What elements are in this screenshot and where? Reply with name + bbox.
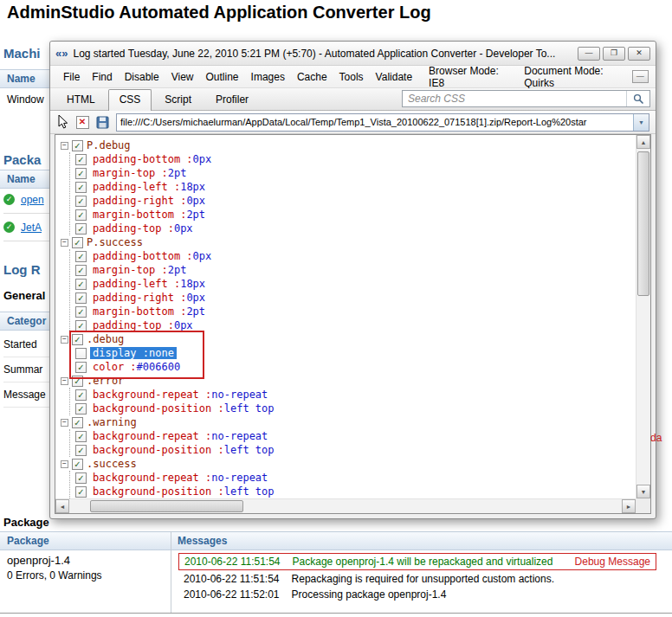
css-property[interactable]: color : #006600 — [90, 361, 183, 373]
horizontal-scroll-thumb[interactable] — [90, 500, 243, 512]
horizontal-scrollbar[interactable]: ◄ ► — [55, 498, 636, 513]
tab-css[interactable]: CSS — [108, 89, 152, 111]
css-property[interactable]: background-repeat : no-repeat — [90, 472, 270, 484]
rule-checkbox[interactable]: ✓ — [72, 334, 83, 345]
css-property[interactable]: padding-right : 0px — [90, 195, 208, 207]
title-bar[interactable]: «» Log started Tuesday, June 22, 2010 5:… — [50, 42, 656, 66]
maximize-button[interactable]: ❐ — [603, 47, 625, 61]
css-property-row: ✓color : #006600 — [75, 360, 636, 374]
css-property[interactable]: margin-bottom : 2pt — [90, 305, 208, 318]
collapse-icon[interactable]: − — [61, 419, 68, 427]
css-selector[interactable]: .error — [87, 375, 124, 387]
css-selector[interactable]: P.debug — [87, 139, 131, 151]
property-checkbox[interactable]: ✓ — [75, 251, 87, 262]
property-checkbox[interactable]: ✓ — [75, 431, 87, 442]
pin-panel-icon[interactable]: — — [632, 70, 649, 83]
css-selector[interactable]: .debug — [87, 333, 124, 345]
menu-item-find[interactable]: Find — [86, 68, 118, 86]
tab-html[interactable]: HTML — [55, 89, 107, 110]
css-rule-group: −✓.debugdisplay : none✓color : #006600 — [61, 332, 636, 374]
document-mode[interactable]: Document Mode: Quirks — [524, 65, 631, 89]
menu-item-images[interactable]: Images — [245, 68, 291, 86]
property-checkbox[interactable]: ✓ — [75, 389, 87, 401]
collapse-icon[interactable]: − — [61, 460, 68, 468]
css-property[interactable]: padding-left : 18px — [90, 278, 208, 290]
collapse-icon[interactable]: − — [61, 142, 68, 150]
save-icon[interactable] — [94, 114, 110, 130]
css-property[interactable]: padding-left : 18px — [90, 181, 208, 193]
menu-item-view[interactable]: View — [165, 68, 200, 86]
rule-checkbox[interactable]: ✓ — [72, 376, 83, 387]
minimize-button[interactable]: — — [578, 47, 600, 61]
rule-checkbox[interactable]: ✓ — [72, 459, 83, 470]
property-checkbox[interactable]: ✓ — [75, 168, 87, 179]
css-selector[interactable]: .warning — [87, 416, 137, 428]
property-checkbox[interactable]: ✓ — [75, 472, 87, 484]
property-checkbox[interactable]: ✓ — [75, 403, 87, 415]
tab-script[interactable]: Script — [153, 89, 203, 110]
collapse-icon[interactable]: − — [61, 239, 68, 247]
css-selector[interactable]: .success — [87, 458, 137, 470]
css-property[interactable]: display : none — [90, 347, 177, 359]
tab-strip: HTMLCSSScriptProfiler — [55, 89, 262, 110]
close-icon: ✕ — [636, 48, 643, 57]
property-checkbox[interactable]: ✓ — [75, 320, 87, 331]
property-checkbox[interactable]: ✓ — [75, 265, 87, 276]
menu-item-file[interactable]: File — [57, 68, 86, 86]
css-property[interactable]: padding-right : 0px — [90, 292, 208, 304]
css-selector[interactable]: P.success — [87, 236, 143, 248]
clear-icon[interactable]: ✕ — [74, 114, 90, 130]
collapse-icon[interactable]: − — [61, 377, 68, 385]
property-checkbox[interactable] — [75, 348, 87, 359]
clipped-annotation-fragment: da — [650, 432, 662, 444]
scroll-left-icon[interactable]: ◄ — [55, 499, 69, 513]
property-checkbox[interactable]: ✓ — [75, 445, 87, 456]
css-property[interactable]: background-position : left top — [90, 444, 277, 456]
scroll-up-icon[interactable]: ▲ — [636, 135, 650, 149]
search-icon[interactable] — [626, 91, 649, 106]
package-link[interactable]: open — [21, 194, 44, 206]
property-checkbox[interactable]: ✓ — [75, 279, 87, 290]
menu-item-tools[interactable]: Tools — [333, 68, 370, 86]
css-property[interactable]: padding-bottom : 0px — [90, 153, 214, 165]
tab-profiler[interactable]: Profiler — [204, 89, 260, 110]
close-button[interactable]: ✕ — [628, 47, 650, 61]
rule-checkbox[interactable]: ✓ — [72, 417, 83, 428]
property-checkbox[interactable]: ✓ — [75, 196, 87, 207]
property-checkbox[interactable]: ✓ — [75, 292, 87, 304]
css-property[interactable]: background-position : left top — [90, 402, 277, 415]
css-property[interactable]: margin-bottom : 2pt — [90, 209, 208, 221]
search-input[interactable] — [403, 92, 626, 106]
property-checkbox[interactable]: ✓ — [75, 154, 87, 165]
css-property[interactable]: background-repeat : no-repeat — [90, 430, 270, 442]
file-path-combobox[interactable]: file:///C:/Users/michaelurman/AppData/Lo… — [116, 113, 649, 132]
css-property[interactable]: background-repeat : no-repeat — [90, 389, 270, 401]
property-checkbox[interactable]: ✓ — [75, 486, 87, 498]
property-checkbox[interactable]: ✓ — [75, 182, 87, 193]
menu-item-cache[interactable]: Cache — [291, 68, 333, 86]
property-checkbox[interactable]: ✓ — [75, 306, 87, 318]
select-element-icon[interactable] — [55, 114, 70, 130]
rule-checkbox[interactable]: ✓ — [72, 140, 83, 151]
property-checkbox[interactable]: ✓ — [75, 223, 87, 235]
collapse-icon[interactable]: − — [61, 336, 68, 344]
css-property[interactable]: padding-bottom : 0px — [90, 250, 214, 262]
css-property[interactable]: background-position : left top — [90, 485, 277, 498]
dropdown-arrow-icon[interactable]: ▼ — [633, 114, 649, 131]
vertical-scrollbar[interactable]: ▲ ▼ — [636, 135, 650, 498]
css-property[interactable]: padding-top : 0px — [90, 222, 196, 235]
scroll-down-icon[interactable]: ▼ — [636, 485, 650, 498]
menu-item-disable[interactable]: Disable — [119, 68, 165, 86]
css-property[interactable]: margin-top : 2pt — [90, 264, 189, 276]
scroll-right-icon[interactable]: ► — [622, 499, 636, 513]
rule-checkbox[interactable]: ✓ — [72, 237, 83, 248]
menu-item-outline[interactable]: Outline — [200, 68, 245, 86]
browser-mode[interactable]: Browser Mode: IE8 — [429, 65, 514, 89]
menu-item-validate[interactable]: Validate — [370, 68, 418, 86]
css-property[interactable]: padding-top : 0px — [90, 319, 196, 331]
property-checkbox[interactable]: ✓ — [75, 362, 87, 373]
vertical-scroll-thumb[interactable] — [637, 151, 649, 296]
package-link[interactable]: JetA — [21, 222, 42, 234]
property-checkbox[interactable]: ✓ — [75, 209, 87, 221]
css-property[interactable]: margin-top : 2pt — [90, 167, 189, 179]
